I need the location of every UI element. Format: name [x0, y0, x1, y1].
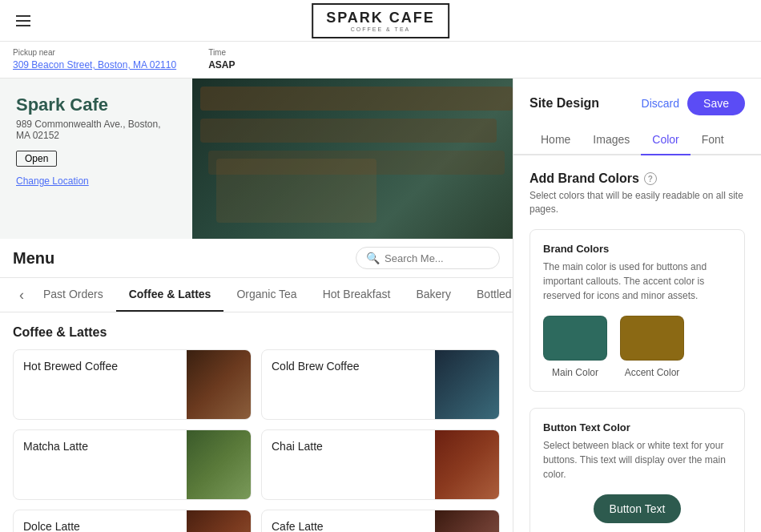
brand-colors-box: Brand Colors The main color is used for … — [529, 229, 745, 392]
logo-title: SPARK CAFE — [326, 10, 435, 26]
brand-colors-title: Brand Colors — [543, 243, 731, 255]
brand-colors-header: Add Brand Colors ? Select colors that wi… — [529, 171, 745, 216]
button-text-desc: Select between black or white text for y… — [543, 438, 731, 482]
pickup-address[interactable]: 309 Beacon Street, Boston, MA 02110 — [13, 59, 176, 71]
hero-background — [192, 79, 513, 239]
pickup-location: Pickup near 309 Beacon Street, Boston, M… — [13, 48, 176, 71]
main-color-picker[interactable] — [543, 316, 607, 361]
item-image — [435, 350, 499, 419]
left-panel: Spark Cafe 989 Commonwealth Ave., Boston… — [0, 79, 513, 532]
hero-section: Spark Cafe 989 Commonwealth Ave., Boston… — [0, 79, 513, 239]
search-input[interactable] — [385, 252, 489, 264]
design-content: Add Brand Colors ? Select colors that wi… — [513, 155, 761, 532]
hamburger-menu[interactable] — [13, 12, 34, 30]
time-item: Time ASAP — [208, 48, 235, 71]
site-design-header: Site Design Discard Save — [513, 79, 761, 125]
cafe-address: 989 Commonwealth Ave., Boston, MA 02152 — [16, 119, 176, 141]
brand-colors-subtitle: Select colors that will be easily readab… — [529, 189, 745, 216]
change-location-link[interactable]: Change Location — [16, 175, 89, 187]
save-button[interactable]: Save — [687, 91, 745, 115]
design-tabs: Home Images Color Font — [513, 125, 761, 155]
tab-images[interactable]: Images — [582, 125, 641, 155]
menu-item[interactable]: Hot Brewed Coffee $3.00 — [13, 349, 252, 420]
site-design-panel: Site Design Discard Save Home Images Col… — [513, 79, 761, 532]
color-swatches: Main Color Accent Color — [543, 316, 731, 378]
tab-coffee-lattes[interactable]: Coffee & Lattes — [116, 278, 224, 312]
item-image — [187, 510, 251, 532]
discard-button[interactable]: Discard — [642, 97, 679, 110]
menu-item[interactable]: Chai Latte $4.50 — [261, 429, 500, 500]
menu-item[interactable]: Cold Brew Coffee $3.25 — [261, 349, 500, 420]
pickup-label: Pickup near — [13, 48, 176, 57]
button-text-box: Button Text Color Select between black o… — [529, 408, 745, 532]
header: SPARK CAFE COFFEE & TEA — [0, 0, 761, 42]
brand-colors-heading: Add Brand Colors ? — [529, 171, 745, 186]
help-icon[interactable]: ? — [644, 172, 657, 185]
menu-items: Coffee & Lattes Hot Brewed Coffee $3.00 … — [0, 312, 513, 532]
search-icon: 🔍 — [366, 252, 380, 264]
tab-hot-breakfast[interactable]: Hot Breakfast — [310, 278, 404, 312]
menu-header: Menu 🔍 — [0, 239, 513, 278]
location-bar: Pickup near 309 Beacon Street, Boston, M… — [0, 42, 761, 79]
button-text-title: Button Text Color — [543, 421, 731, 433]
logo: SPARK CAFE COFFEE & TEA — [312, 3, 449, 38]
item-image — [435, 510, 499, 532]
tab-prev-button[interactable]: ‹ — [13, 280, 30, 310]
tab-home[interactable]: Home — [529, 125, 582, 155]
main-color-label: Main Color — [552, 367, 598, 378]
tab-organic-tea[interactable]: Organic Tea — [223, 278, 309, 312]
time-label: Time — [208, 48, 235, 57]
header-left — [13, 12, 34, 30]
category-tabs: ‹ Past Orders Coffee & Lattes Organic Te… — [0, 278, 513, 312]
menu-section: Menu 🔍 ‹ Past Orders Coffee & Lattes Org… — [0, 239, 513, 532]
cafe-name: Spark Cafe — [16, 95, 176, 115]
logo-subtitle: COFFEE & TEA — [326, 26, 435, 32]
tab-bakery[interactable]: Bakery — [403, 278, 464, 312]
main-color-swatch: Main Color — [543, 316, 607, 378]
item-image — [187, 430, 251, 499]
tab-past-orders[interactable]: Past Orders — [30, 278, 116, 312]
hero-overlay: Spark Cafe 989 Commonwealth Ave., Boston… — [0, 79, 192, 239]
tab-bottled-drinks[interactable]: Bottled Drinks — [464, 278, 513, 312]
main-content: Spark Cafe 989 Commonwealth Ave., Boston… — [0, 79, 761, 532]
menu-item[interactable]: Cafe Latte [$XX.XX] — [261, 510, 500, 532]
menu-item[interactable]: Matcha Latte $4.25 — [13, 429, 252, 500]
accent-color-picker[interactable] — [620, 316, 684, 361]
section-title: Coffee & Lattes — [13, 325, 500, 340]
item-image — [435, 430, 499, 499]
tab-color[interactable]: Color — [641, 125, 690, 155]
menu-title: Menu — [13, 249, 54, 268]
time-value: ASAP — [208, 59, 235, 71]
item-image — [187, 350, 251, 419]
accent-color-swatch: Accent Color — [620, 316, 684, 378]
open-badge: Open — [16, 151, 57, 167]
accent-color-label: Accent Color — [625, 367, 680, 378]
tab-font[interactable]: Font — [691, 125, 735, 155]
menu-item[interactable]: Dolce Latte [$XX.XX] — [13, 510, 252, 532]
search-box[interactable]: 🔍 — [356, 247, 500, 269]
items-grid: Hot Brewed Coffee $3.00 Cold Brew Coffee… — [13, 349, 500, 532]
brand-colors-desc: The main color is used for buttons and i… — [543, 260, 731, 303]
site-design-title: Site Design — [529, 96, 599, 111]
button-text-preview: Button Text — [594, 494, 682, 523]
